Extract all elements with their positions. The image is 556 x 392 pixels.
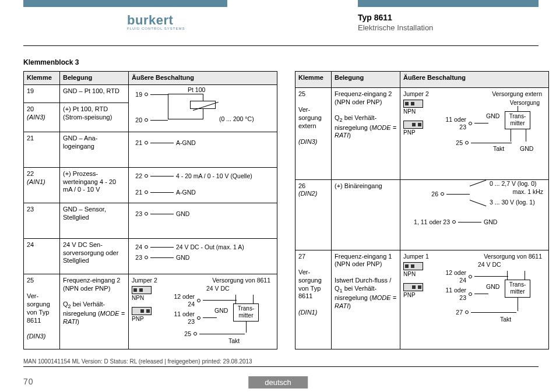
- doc-section: Elektrische Installation: [358, 23, 433, 32]
- transmitter-box: Trans-mitter: [233, 303, 259, 322]
- th-beschaltung: Äußere Beschaltung: [129, 72, 277, 85]
- table-row: 19 GND – Pt 100, RTD 19 20 Pt 100 (0 ...…: [24, 84, 277, 103]
- terminal-table-right: Klemme Belegung Äußere Beschaltung 25 Ve…: [295, 71, 549, 349]
- footer: MAN 1000141154 ML Version: D Status: RL …: [0, 366, 556, 392]
- cell-schematic: Jumper 2 NPN PNP Versorgung von 8611 24 …: [129, 274, 277, 349]
- table-row: 27 Ver-sorgung von Typ 8611 (DIN1) Frequ…: [295, 250, 549, 349]
- cell-klemme: 20(AIN3): [24, 103, 60, 132]
- cell-klemme: 24: [24, 238, 60, 274]
- cell-belegung: (+) Pt 100, RTD (Strom-speisung): [60, 103, 129, 132]
- header-rule: [23, 45, 539, 46]
- th-klemme: Klemme: [295, 72, 332, 88]
- brand-name: burkert: [127, 13, 185, 28]
- cell-schematic: 2424 V DC - Out (max. 1 A) 23GND: [129, 238, 277, 274]
- cell-schematic: 26 0 ... 2,7 V (log. 0) 3 ... 30 V (log.…: [400, 179, 549, 250]
- cell-klemme: 21: [24, 132, 60, 167]
- cell-schematic: 23GND: [129, 203, 277, 238]
- th-belegung: Belegung: [332, 72, 400, 88]
- footer-rule: [23, 366, 539, 367]
- th-belegung: Belegung: [60, 72, 129, 85]
- brand-logo: burkert FLUID CONTROL SYSTEMS: [127, 13, 185, 30]
- brand-tagline: FLUID CONTROL SYSTEMS: [127, 27, 185, 30]
- cell-klemme: 26(DIN2): [295, 179, 332, 250]
- page-number: 70: [23, 377, 34, 386]
- jumper-pnp: PNP: [132, 307, 152, 323]
- table-row: 24 24 V DC Sen-sorversorgung oder Stellg…: [24, 238, 277, 274]
- cell-schematic: 19 20 Pt 100 (0 ... 200 °C): [129, 84, 277, 132]
- cell-klemme: 25 Ver-sorgung extern (DIN3): [295, 87, 332, 179]
- cell-klemme: 22(AIN1): [24, 167, 60, 203]
- doc-title-block: Typ 8611 Elektrische Installation: [358, 13, 433, 32]
- table-row: 21 GND – Ana-logeingang 21A-GND: [24, 132, 277, 167]
- top-accent-bar: [0, 0, 556, 7]
- th-klemme: Klemme: [24, 72, 60, 85]
- cell-schematic: Jumper 1 NPN PNP Versorgung von 8611 24 …: [400, 250, 549, 349]
- cell-belegung: Frequenz-eingang 1 (NPN oder PNP) Istwer…: [332, 250, 400, 349]
- cell-belegung: (+) Prozess-werteingang 4 - 20 mA / 0 - …: [60, 167, 129, 203]
- rtd-symbol: [190, 101, 216, 109]
- cell-klemme: 27 Ver-sorgung von Typ 8611 (DIN1): [295, 250, 332, 349]
- table-header-row: Klemme Belegung Äußere Beschaltung: [24, 72, 277, 85]
- cell-belegung: Frequenz-eingang 2 (NPN oder PNP) Q2 bei…: [60, 274, 129, 349]
- terminal-table-left: Klemme Belegung Äußere Beschaltung 19 GN…: [23, 71, 277, 349]
- cell-belegung: 24 V DC Sen-sorversorgung oder Stellglie…: [60, 238, 129, 274]
- header: burkert FLUID CONTROL SYSTEMS Typ 8611 E…: [0, 13, 556, 42]
- table-row: 25 Ver-sorgung von Typ 8611 (DIN3) Frequ…: [24, 274, 277, 349]
- footer-meta: MAN 1000141154 ML Version: D Status: RL …: [23, 358, 252, 365]
- table-header-row: Klemme Belegung Äußere Beschaltung: [295, 72, 549, 88]
- cell-klemme: 19: [24, 84, 60, 103]
- jumper-npn: NPN: [132, 286, 152, 302]
- cell-schematic: 224 - 20 mA / 0 - 10 V (Quelle) 21A-GND: [129, 167, 277, 203]
- cell-klemme: 23: [24, 203, 60, 238]
- cell-belegung: GND – Pt 100, RTD: [60, 84, 129, 103]
- cell-schematic: Jumper 2 NPN PNP Versorgung extern Verso…: [400, 87, 549, 179]
- table-row: 26(DIN2) (+) Binäreingang 26 0 ... 2,7 V…: [295, 179, 549, 250]
- doc-type: Typ 8611: [358, 13, 433, 22]
- section-title: Klemmenblock 3: [23, 58, 79, 66]
- cell-belegung: (+) Binäreingang: [332, 179, 400, 250]
- cell-belegung: GND – Ana-logeingang: [60, 132, 129, 167]
- table-row: 22(AIN1) (+) Prozess-werteingang 4 - 20 …: [24, 167, 277, 203]
- cell-belegung: GND – Sensor, Stellglied: [60, 203, 129, 238]
- language-badge: deutsch: [248, 376, 308, 389]
- cell-belegung: Frequenz-eingang 2 (NPN oder PNP) Q2 bei…: [332, 87, 400, 179]
- table-row: 25 Ver-sorgung extern (DIN3) Frequenz-ei…: [295, 87, 549, 179]
- cell-schematic: 21A-GND: [129, 132, 277, 167]
- th-beschaltung: Äußere Beschaltung: [400, 72, 549, 88]
- cell-klemme: 25 Ver-sorgung von Typ 8611 (DIN3): [24, 274, 60, 349]
- table-row: 23 GND – Sensor, Stellglied 23GND: [24, 203, 277, 238]
